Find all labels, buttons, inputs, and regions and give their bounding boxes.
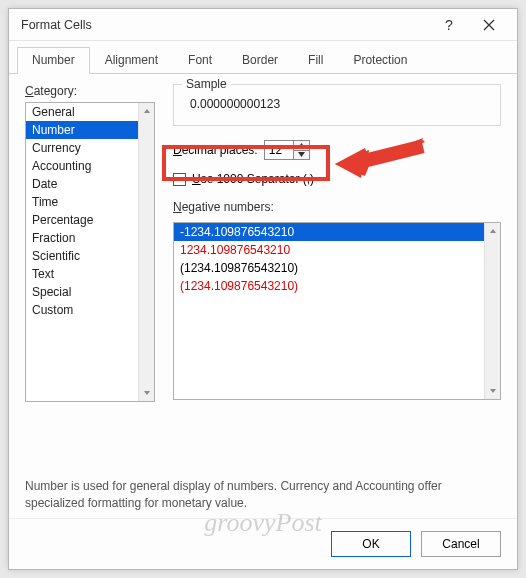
sample-group: Sample 0.000000000123 — [173, 84, 501, 126]
category-scrollbar[interactable] — [138, 103, 154, 401]
close-button[interactable] — [469, 11, 509, 39]
decimal-label: Decimal places: — [173, 143, 258, 157]
category-item-special[interactable]: Special — [26, 283, 138, 301]
negative-item-1[interactable]: 1234.109876543210 — [174, 241, 484, 259]
tab-alignment[interactable]: Alignment — [90, 47, 173, 73]
tab-protection[interactable]: Protection — [338, 47, 422, 73]
category-item-fraction[interactable]: Fraction — [26, 229, 138, 247]
decimal-row: Decimal places: — [173, 140, 501, 160]
scroll-up-icon[interactable] — [485, 223, 500, 239]
category-item-currency[interactable]: Currency — [26, 139, 138, 157]
help-button[interactable]: ? — [429, 11, 469, 39]
negative-label: Negative numbers: — [173, 200, 501, 214]
decimal-spinner[interactable] — [264, 140, 310, 160]
category-item-date[interactable]: Date — [26, 175, 138, 193]
titlebar: Format Cells ? — [9, 9, 517, 41]
negative-item-2[interactable]: (1234.109876543210) — [174, 259, 484, 277]
category-item-time[interactable]: Time — [26, 193, 138, 211]
spinner-up-button[interactable] — [294, 141, 309, 151]
decimal-input[interactable] — [265, 141, 293, 159]
separator-label: Use 1000 Separator (,) — [192, 172, 314, 186]
cancel-button[interactable]: Cancel — [421, 531, 501, 557]
sample-value: 0.000000000123 — [184, 93, 490, 113]
category-item-text[interactable]: Text — [26, 265, 138, 283]
format-description: Number is used for general display of nu… — [25, 478, 501, 512]
tab-strip: Number Alignment Font Border Fill Protec… — [9, 41, 517, 74]
category-listbox[interactable]: General Number Currency Accounting Date … — [25, 102, 155, 402]
tab-font[interactable]: Font — [173, 47, 227, 73]
scroll-up-icon[interactable] — [139, 103, 154, 119]
tab-fill[interactable]: Fill — [293, 47, 338, 73]
dialog-title: Format Cells — [21, 18, 429, 32]
format-cells-dialog: Format Cells ? Number Alignment Font Bor… — [8, 8, 518, 570]
category-label: Category: — [25, 84, 155, 98]
sample-label: Sample — [182, 77, 231, 91]
spinner-down-button[interactable] — [294, 151, 309, 160]
close-icon — [483, 19, 495, 31]
category-item-percentage[interactable]: Percentage — [26, 211, 138, 229]
scroll-down-icon[interactable] — [139, 385, 154, 401]
separator-checkbox[interactable] — [173, 173, 186, 186]
negative-item-0[interactable]: -1234.109876543210 — [174, 223, 484, 241]
separator-row: Use 1000 Separator (,) — [173, 172, 501, 186]
category-item-accounting[interactable]: Accounting — [26, 157, 138, 175]
category-item-general[interactable]: General — [26, 103, 138, 121]
negative-item-3[interactable]: (1234.109876543210) — [174, 277, 484, 295]
dialog-body: Category: General Number Currency Accoun… — [9, 74, 517, 518]
dialog-buttons: OK Cancel — [9, 518, 517, 569]
category-item-custom[interactable]: Custom — [26, 301, 138, 319]
negative-scrollbar[interactable] — [484, 223, 500, 399]
scroll-down-icon[interactable] — [485, 383, 500, 399]
ok-button[interactable]: OK — [331, 531, 411, 557]
category-item-scientific[interactable]: Scientific — [26, 247, 138, 265]
negative-listbox[interactable]: -1234.109876543210 1234.109876543210 (12… — [173, 222, 501, 400]
tab-number[interactable]: Number — [17, 47, 90, 74]
category-item-number[interactable]: Number — [26, 121, 138, 139]
tab-border[interactable]: Border — [227, 47, 293, 73]
